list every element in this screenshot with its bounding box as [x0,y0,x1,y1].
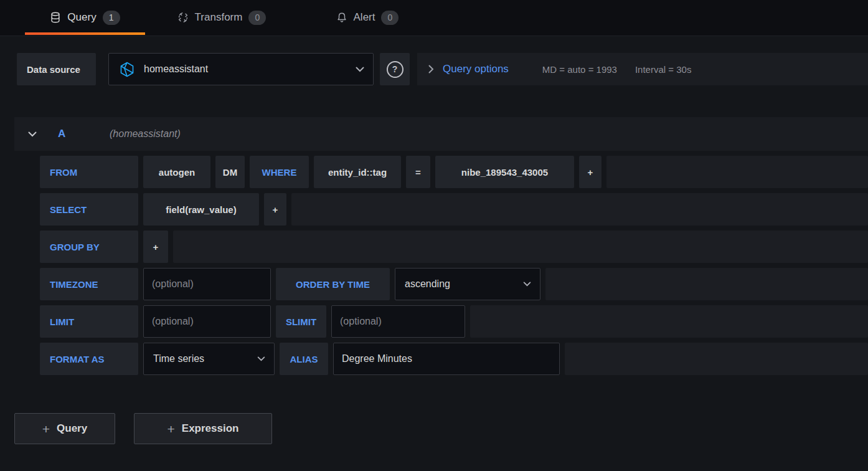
plus-icon: + [167,422,175,435]
query-options-toggle[interactable]: Query options [443,63,509,75]
chevron-right-icon[interactable] [428,65,434,74]
transform-icon [177,12,189,23]
select-row: SELECT field(raw_value) + [40,193,868,226]
format-as-row: FORMAT AS Time series ALIAS [40,343,868,375]
interval-summary: Interval = 30s [635,64,691,75]
chevron-down-icon [257,356,265,361]
tag-value-segment[interactable]: nibe_189543_43005 [435,156,574,188]
tab-query-label: Query [67,11,96,24]
from-label: FROM [40,156,138,188]
influx-query-rows: FROM autogen DM WHERE entity_id::tag = n… [40,156,868,380]
chevron-down-icon [356,67,364,72]
alias-input[interactable] [333,343,560,375]
format-as-label: FORMAT AS [40,343,138,375]
add-query-button[interactable]: + Query [14,413,115,444]
tab-transform[interactable]: Transform 0 [159,0,284,35]
query-options-bar: Query options MD = auto = 1993 Interval … [417,53,868,85]
tab-alert[interactable]: Alert 0 [324,0,411,35]
tab-query-badge: 1 [103,11,120,25]
limit-input[interactable] [143,305,271,338]
order-by-time-value: ascending [405,278,523,290]
add-field-button[interactable]: + [264,193,286,226]
plus-icon: + [42,422,50,435]
query-ref-id: A [58,128,70,140]
row-filler [291,193,868,226]
add-expression-label: Expression [182,422,239,435]
datasource-value: homeassistant [144,64,347,75]
group-by-row: GROUP BY + [40,231,868,263]
operator-segment[interactable]: = [406,156,430,188]
limit-label: LIMIT [40,305,138,338]
from-row: FROM autogen DM WHERE entity_id::tag = n… [40,156,868,188]
database-icon [50,12,61,23]
bell-icon [336,12,347,23]
influxdb-icon [119,61,135,78]
slimit-input[interactable] [331,305,465,338]
timezone-row: TIMEZONE ORDER BY TIME ascending [40,268,868,300]
chevron-down-icon [523,282,531,287]
add-condition-button[interactable]: + [579,156,601,188]
datasource-picker[interactable]: homeassistant [108,53,374,85]
add-expression-button[interactable]: + Expression [134,413,272,444]
slimit-label: SLIMIT [276,305,326,338]
tab-alert-badge: 0 [381,11,399,25]
editor-tab-bar: Query 1 Transform 0 [0,0,868,36]
format-as-select[interactable]: Time series [143,343,275,375]
timezone-label: TIMEZONE [40,268,138,300]
grafana-query-editor: Query 1 Transform 0 [0,0,868,471]
query-row-header[interactable]: A (homeassistant) [14,117,868,151]
tab-alert-label: Alert [354,11,375,24]
measurement-segment[interactable]: DM [215,156,245,188]
add-query-label: Query [57,422,87,435]
retention-policy-segment[interactable]: autogen [143,156,210,188]
order-by-time-select[interactable]: ascending [395,268,540,300]
group-by-label: GROUP BY [40,231,138,263]
tag-key-segment[interactable]: entity_id::tag [314,156,401,188]
row-filler [606,156,868,188]
add-group-by-button[interactable]: + [143,231,168,263]
select-label: SELECT [40,193,138,226]
datasource-label: Data source [17,53,96,85]
tab-transform-label: Transform [195,11,243,24]
row-filler [565,343,868,375]
max-data-points-summary: MD = auto = 1993 [542,64,617,75]
field-segment[interactable]: field(raw_value) [143,193,259,226]
format-as-value: Time series [153,353,257,364]
query-datasource-hint: (homeassistant) [110,128,181,140]
help-icon: ? [387,61,403,78]
collapse-chevron-icon[interactable] [28,131,37,137]
tab-query[interactable]: Query 1 [25,0,145,35]
alias-label: ALIAS [280,343,328,375]
limit-row: LIMIT SLIMIT [40,305,868,338]
row-filler [173,231,868,263]
editor-footer: + Query + Expression [14,413,272,444]
order-by-time-label: ORDER BY TIME [276,268,390,300]
tab-transform-badge: 0 [248,11,266,25]
where-label: WHERE [250,156,309,188]
timezone-input[interactable] [143,268,271,300]
row-filler [470,305,868,338]
row-filler [545,268,868,300]
datasource-toolbar: Data source homeassistant ? Query option… [0,53,868,85]
datasource-help-button[interactable]: ? [380,53,410,85]
active-tab-indicator [25,32,145,35]
